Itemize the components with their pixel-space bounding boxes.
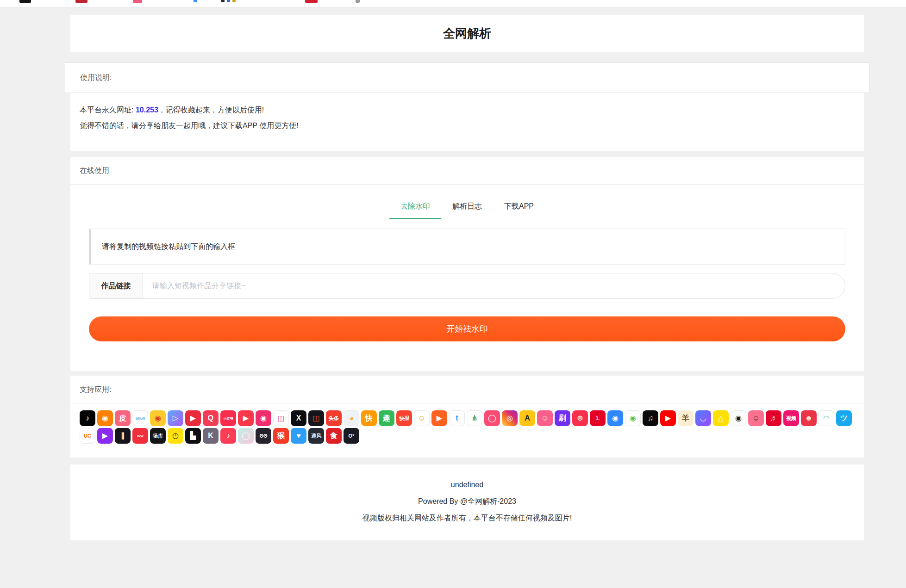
monkey-red-icon: 猴	[273, 428, 289, 444]
title-card: 全网解析	[70, 15, 864, 52]
line1-suffix: ，记得收藏起来，方便以后使用!	[158, 106, 264, 114]
uc-browser-icon: UC	[80, 428, 95, 444]
bilibili-icon: bilibili	[132, 410, 148, 426]
link-input-label: 作品链接	[89, 273, 143, 298]
kaiyan-eye-icon: ◉	[731, 410, 746, 426]
xigua-video-icon: ▶	[431, 410, 447, 426]
kuai-orange-icon: 快	[361, 410, 377, 426]
tabs-nav: 去除水印 解析日志 下载APP	[70, 194, 864, 219]
footer-card: undefined Powered By @全网解析-2023 视频版权归相关网…	[70, 464, 864, 540]
lvzhou-oasis-icon: ⋔	[467, 410, 482, 426]
tab-download-app[interactable]: 下载APP	[493, 194, 545, 219]
laugh-face-icon: ☺	[748, 410, 764, 426]
meitu-icon: ◯	[484, 410, 500, 426]
changku-icon: 场库	[150, 428, 166, 444]
tab-parse-log[interactable]: 解析日志	[441, 194, 493, 219]
tab-content: 请将复制的视频链接粘贴到下面的输入框 作品链接 开始祛水印	[70, 229, 864, 341]
favicon-fragment-gray	[356, 0, 360, 3]
favicon-fragment-blue	[194, 0, 197, 2]
pipigaoxiao-icon: ☺	[537, 410, 553, 426]
app-icon-row: ♪◉皮bilibili◉▷▶Q小红书▶◉◫X◫头条◕快趣快报☺▶t⋔◯◎A☺刷⊙…	[80, 410, 855, 426]
faceu-pastel-icon: ◯	[238, 428, 254, 444]
instructions-header: 使用说明:	[80, 73, 112, 83]
qutoutiao-icon: 趣	[379, 410, 394, 426]
instructions-content: 本平台永久网址: 10.253，记得收藏起来，方便以后使用! 觉得不错的话，请分…	[70, 93, 864, 151]
camera-o-icon: O°	[344, 428, 359, 444]
link-input-group: 作品链接	[89, 273, 845, 299]
instructions-line2: 觉得不错的话，请分享给朋友一起用哦，建议下载APP 使用更方便!	[80, 118, 855, 134]
new-badge-red-icon: new	[132, 428, 148, 444]
quanmin-video-icon: ▶	[185, 410, 201, 426]
toutiao-icon: 头条	[326, 410, 342, 426]
green-eye-icon: ◉	[625, 410, 641, 426]
twitter-icon: t	[449, 410, 465, 426]
favicon-fragment-dot2	[227, 0, 230, 2]
favicon-fragment-red	[305, 0, 318, 3]
teal-leaf-icon: ◠	[819, 410, 834, 426]
supported-apps-header: 支持应用:	[70, 376, 864, 403]
netease-music-icon: ♬	[766, 410, 781, 426]
red-player-icon: ⊙	[572, 410, 588, 426]
instructions-header-box: 使用说明:	[65, 62, 869, 93]
bixin-heart-icon: ♥	[291, 428, 306, 444]
zuiyou-icon: ◉	[607, 410, 623, 426]
tab-remove-watermark[interactable]: 去除水印	[389, 194, 441, 219]
bodian-music-icon: ♪	[220, 428, 236, 444]
online-use-card: 在线使用 去除水印 解析日志 下载APP 请将复制的视频链接粘贴到下面的输入框 …	[70, 157, 864, 371]
purple-play-icon: ▶	[97, 428, 113, 444]
instructions-card: 使用说明: 本平台永久网址: 10.253，记得收藏起来，方便以后使用! 觉得不…	[70, 62, 864, 151]
favicon-fragment-black	[19, 0, 31, 3]
music-black-icon: ♫	[643, 410, 658, 426]
permanent-url-link[interactable]: 10.253	[136, 106, 158, 114]
kuaibao-icon: 快报	[396, 410, 412, 426]
paste-notice-text: 请将复制的视频链接粘贴到下面的输入框	[102, 242, 235, 252]
weishi-icon: ◉	[256, 410, 271, 426]
weibo-icon: ◉	[150, 410, 166, 426]
shi-food-icon: 食	[326, 428, 342, 444]
goat-cartoon-icon: 羊	[678, 410, 694, 426]
timer-yellow-icon: ◷	[168, 428, 183, 444]
yellow-bird-icon: ☺	[414, 410, 430, 426]
kuaishou-icon: ◉	[97, 410, 113, 426]
huoshan-video-icon: ▶	[238, 410, 254, 426]
browser-strip	[0, 0, 906, 8]
uki-purple-icon: ◡	[695, 410, 711, 426]
tencent-circle-icon: ◕	[344, 410, 359, 426]
line1-prefix: 本平台永久网址:	[80, 106, 136, 114]
anime-girl-red-icon: ☻	[801, 410, 817, 426]
googly-eyes-icon: ʘʘ	[256, 428, 271, 444]
favicon-fragment-dot1	[221, 0, 225, 2]
app-icon-row: UC▶∥new场库◷▙K♪◯ʘʘ猴♥避风食O°	[80, 428, 855, 444]
footer-powered-by: Powered By @全网解析-2023	[70, 493, 864, 510]
black-sketch-icon: ∥	[115, 428, 131, 444]
pipixia-icon: 皮	[115, 410, 131, 426]
instagram-icon: ◎	[502, 410, 518, 426]
pink-camera-icon: ◫	[273, 410, 289, 426]
douyin-icon: ♪	[80, 410, 95, 426]
instructions-line1: 本平台永久网址: 10.253，记得收藏起来，方便以后使用!	[80, 102, 855, 118]
quduopai-icon: Q	[203, 410, 219, 426]
shuabao-icon: 刷	[555, 410, 570, 426]
footer-copyright: 视频版权归相关网站及作者所有，本平台不存储任何视频及图片!	[70, 510, 864, 526]
favicon-fragment-dot3	[232, 0, 236, 2]
xiaohongshu-icon: 小红书	[220, 410, 236, 426]
black-cam-icon: ▙	[185, 428, 201, 444]
video-link-input[interactable]	[143, 273, 845, 298]
favicon-fragment-darkred	[75, 0, 87, 3]
kuaijianji-icon: ◫	[308, 410, 324, 426]
favicon-fragment-pink	[133, 0, 142, 3]
jianying-capcut-icon: X	[291, 410, 306, 426]
ghost-blue-icon: ツ	[836, 410, 852, 426]
online-use-header: 在线使用	[70, 157, 864, 185]
start-remove-watermark-button[interactable]: 开始祛水印	[89, 316, 845, 341]
supported-apps-card: 支持应用: ♪◉皮bilibili◉▷▶Q小红书▶◉◫X◫头条◕快趣快报☺▶t⋔…	[70, 376, 864, 458]
pear-video-icon: △	[713, 410, 729, 426]
footer-undefined-text: undefined	[70, 477, 864, 493]
main-column: 全网解析 使用说明: 本平台永久网址: 10.253，记得收藏起来，方便以后使用…	[70, 15, 864, 540]
weibo-video-icon: 视频	[783, 410, 799, 426]
page-title: 全网解析	[70, 15, 864, 52]
tabs-inner: 去除水印 解析日志 下载APP	[389, 194, 545, 219]
youtube-icon: ▶	[660, 410, 676, 426]
k-app-icon: K	[203, 428, 219, 444]
diyi-video-icon: 1.	[590, 410, 606, 426]
